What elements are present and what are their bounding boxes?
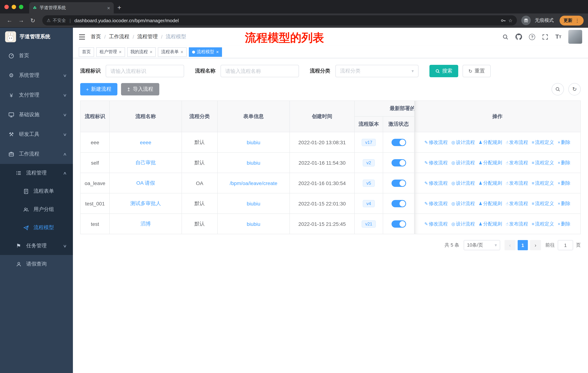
form-info-link[interactable]: biubiu (247, 139, 261, 145)
menu-dots-icon[interactable]: ⋮ (575, 18, 580, 23)
tag-tenant-mgmt[interactable]: 租户管理 × (96, 47, 125, 57)
process-name-link[interactable]: 自己审批 (136, 159, 156, 165)
action-modify[interactable]: ✎修改流程 (424, 201, 448, 206)
back-button[interactable]: ← (4, 15, 15, 26)
form-info-link[interactable]: /bpm/oa/leave/create (230, 180, 277, 186)
sidebar-item-task-mgmt[interactable]: ⚑ 任务管理 ∨ (0, 237, 73, 255)
close-icon[interactable]: × (150, 49, 152, 55)
github-icon[interactable] (516, 33, 522, 40)
tab-close-icon[interactable]: × (107, 5, 110, 11)
action-delete[interactable]: ×删除 (558, 201, 570, 206)
sidebar-item-user-group[interactable]: 用户分组 (0, 200, 73, 219)
create-process-button[interactable]: + 新建流程 (80, 83, 117, 95)
user-avatar[interactable] (568, 30, 582, 44)
tag-process-model[interactable]: 流程模型 × (189, 47, 222, 57)
form-info-link[interactable]: biubiu (247, 201, 261, 206)
bookmark-star-icon[interactable]: ☆ (508, 18, 513, 23)
process-name-input[interactable] (220, 65, 299, 77)
password-key-icon[interactable] (501, 18, 506, 23)
sidebar-item-process-form[interactable]: 流程表单 (0, 182, 73, 200)
toggle-search-button[interactable] (552, 83, 564, 95)
reload-button[interactable]: ↻ (28, 15, 38, 26)
prev-page-button[interactable]: ‹ (504, 240, 515, 250)
action-modify[interactable]: ✎修改流程 (424, 139, 448, 145)
page-number-1[interactable]: 1 (518, 240, 528, 250)
sidebar-item-home[interactable]: 首页 (0, 46, 73, 66)
search-icon[interactable] (503, 34, 509, 40)
sidebar-item-process-mgmt[interactable]: 流程管理 ∧ (0, 164, 73, 182)
action-assign-rule[interactable]: ♟分配规则 (478, 139, 502, 145)
close-icon[interactable]: × (119, 49, 122, 55)
category-select[interactable]: 流程分类 ▾ (335, 65, 419, 77)
breadcrumb-home[interactable]: 首页 (91, 33, 101, 40)
action-publish[interactable]: ☝发布流程 (506, 160, 528, 165)
address-bar[interactable]: ⚠ 不安全 | dashboard.yudao.iocoder.cn/bpm/m… (42, 15, 517, 26)
process-name-link[interactable]: 滔博 (141, 221, 151, 226)
window-close-button[interactable] (4, 5, 9, 9)
forward-button[interactable]: → (16, 15, 26, 26)
action-design[interactable]: ◎设计流程 (451, 180, 475, 186)
search-button[interactable]: 搜索 (430, 65, 458, 77)
action-design[interactable]: ◎设计流程 (451, 139, 475, 145)
import-process-button[interactable]: ↥ 导入流程 (121, 83, 159, 95)
next-page-button[interactable]: › (530, 240, 541, 250)
help-icon[interactable]: ? (529, 34, 535, 40)
page-size-select[interactable]: 10条/页 ▾ (464, 240, 500, 250)
action-modify[interactable]: ✎修改流程 (424, 180, 448, 186)
action-delete[interactable]: ×删除 (558, 160, 570, 165)
tag-home[interactable]: 首页 (79, 47, 94, 57)
action-definition[interactable]: ≡流程定义 (532, 160, 554, 165)
sidebar-item-dev-tools[interactable]: ⚒ 研发工具 ∨ (0, 125, 73, 144)
reset-button[interactable]: ↻ 重置 (462, 65, 491, 77)
action-assign-rule[interactable]: ♟分配规则 (478, 160, 502, 165)
version-badge[interactable]: v21 (362, 220, 376, 227)
action-assign-rule[interactable]: ♟分配规则 (478, 180, 502, 186)
sidebar-item-system-mgmt[interactable]: ⚙ 系统管理 ∨ (0, 66, 73, 85)
form-info-link[interactable]: biubiu (247, 160, 261, 166)
version-badge[interactable]: v4 (363, 200, 375, 207)
update-button[interactable]: 更新 ⋮ (560, 15, 584, 25)
action-publish[interactable]: ☝发布流程 (506, 180, 528, 186)
version-badge[interactable]: v5 (363, 179, 375, 187)
active-toggle[interactable] (391, 200, 406, 207)
url-text[interactable]: dashboard.yudao.iocoder.cn/bpm/manager/m… (74, 18, 498, 23)
window-minimize-button[interactable] (12, 5, 16, 9)
version-badge[interactable]: v2 (363, 159, 375, 166)
action-assign-rule[interactable]: ♟分配规则 (478, 221, 502, 226)
tag-my-process[interactable]: 我的流程 × (127, 47, 156, 57)
active-toggle[interactable] (391, 220, 406, 227)
sidebar-item-workflow[interactable]: 工作流程 ∧ (0, 144, 73, 164)
action-modify[interactable]: ✎修改流程 (424, 221, 448, 226)
action-delete[interactable]: ×删除 (558, 221, 570, 226)
process-name-link[interactable]: 测试多审批人 (130, 200, 161, 206)
action-delete[interactable]: ×删除 (558, 180, 570, 186)
form-info-link[interactable]: biubiu (247, 221, 261, 227)
process-name-link[interactable]: OA 请假 (136, 180, 155, 186)
action-definition[interactable]: ≡流程定义 (532, 180, 554, 186)
action-design[interactable]: ◎设计流程 (451, 201, 475, 206)
action-delete[interactable]: ×删除 (558, 139, 570, 145)
action-assign-rule[interactable]: ♟分配规则 (478, 201, 502, 206)
fullscreen-icon[interactable] (542, 34, 548, 40)
active-toggle[interactable] (391, 179, 406, 187)
breadcrumb-process-mgmt[interactable]: 流程管理 (137, 33, 158, 40)
sidebar-item-payment-mgmt[interactable]: ¥ 支付管理 ∨ (0, 85, 73, 105)
action-design[interactable]: ◎设计流程 (451, 221, 475, 226)
goto-page-input[interactable] (558, 240, 573, 250)
refresh-table-button[interactable]: ↻ (568, 83, 581, 95)
action-modify[interactable]: ✎修改流程 (424, 160, 448, 165)
sidebar-item-leave-query[interactable]: 请假查询 (0, 255, 73, 273)
close-icon[interactable]: × (180, 49, 183, 55)
browser-tab[interactable]: ☘ 芋道管理系统 × (29, 2, 114, 13)
sidebar-collapse-icon[interactable] (79, 34, 85, 40)
tag-process-form[interactable]: 流程表单 × (158, 47, 187, 57)
action-definition[interactable]: ≡流程定义 (532, 139, 554, 145)
active-toggle[interactable] (391, 159, 406, 166)
sidebar-item-process-model[interactable]: 流程模型 (0, 219, 73, 237)
close-icon[interactable]: × (216, 49, 219, 55)
process-name-link[interactable]: eeee (140, 139, 151, 145)
action-publish[interactable]: ☝发布流程 (506, 221, 528, 226)
action-publish[interactable]: ☝发布流程 (506, 139, 528, 145)
action-definition[interactable]: ≡流程定义 (532, 221, 554, 226)
breadcrumb-workflow[interactable]: 工作流程 (109, 33, 129, 40)
